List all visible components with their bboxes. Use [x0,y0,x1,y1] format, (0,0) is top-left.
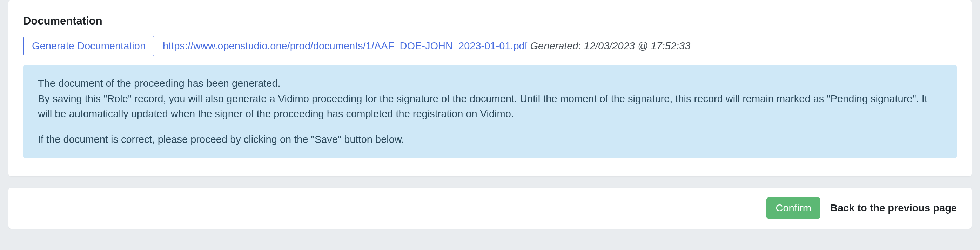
footer-actions-card: Confirm Back to the previous page [8,188,972,229]
alert-text-line-1: The document of the proceeding has been … [38,76,942,92]
confirm-button[interactable]: Confirm [767,198,821,219]
document-link[interactable]: https://www.openstudio.one/prod/document… [163,40,528,51]
info-alert: The document of the proceeding has been … [23,65,957,158]
documentation-card: Documentation Generate Documentation htt… [8,0,972,176]
alert-text-line-3: If the document is correct, please proce… [38,132,942,147]
section-title: Documentation [23,15,957,27]
documentation-row: Generate Documentation https://www.opens… [23,36,957,56]
generate-documentation-button[interactable]: Generate Documentation [23,36,154,56]
documentation-link-wrapper: https://www.openstudio.one/prod/document… [163,40,690,52]
back-link[interactable]: Back to the previous page [830,203,957,214]
generated-timestamp: Generated: 12/03/2023 @ 17:52:33 [530,40,690,51]
alert-text-line-2: By saving this "Role" record, you will a… [38,92,942,122]
